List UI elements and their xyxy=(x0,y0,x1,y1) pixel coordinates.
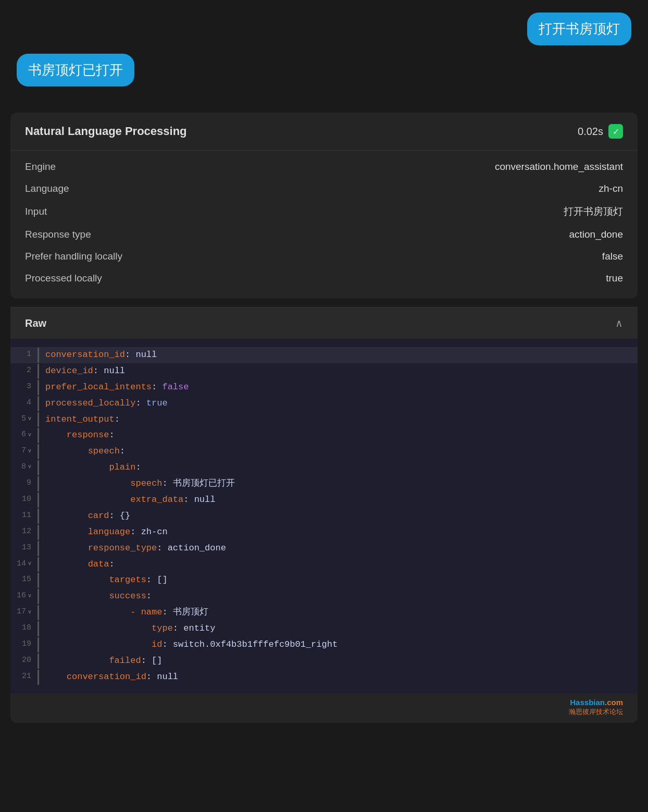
line-bar xyxy=(38,541,39,556)
code-key: conversation_id xyxy=(45,350,125,360)
line-number: 1 xyxy=(10,348,38,361)
line-bar xyxy=(38,670,39,685)
line-number: 12 xyxy=(10,525,38,538)
code-key: - name xyxy=(130,607,162,617)
line-bar xyxy=(38,364,39,379)
line-number: 16v xyxy=(10,589,38,602)
code-line: 20 failed: [] xyxy=(10,653,638,669)
code-line: 13 response_type: action_done xyxy=(10,540,638,557)
code-key: processed_locally xyxy=(45,398,135,408)
nlp-row-label: Language xyxy=(25,183,69,194)
code-line: 9 speech: 书房顶灯已打开 xyxy=(10,476,638,492)
code-content: card: {} xyxy=(43,509,130,524)
chevron-up-icon: ∧ xyxy=(615,317,623,329)
code-value: zh-cn xyxy=(135,527,167,537)
code-key: device_id xyxy=(45,366,93,376)
line-bar xyxy=(38,460,39,475)
code-key: targets xyxy=(109,575,146,585)
code-value: action_done xyxy=(162,543,226,553)
line-bar xyxy=(38,525,39,540)
code-line: 2 device_id: null xyxy=(10,363,638,379)
code-content: speech: xyxy=(43,444,125,459)
line-number: 3 xyxy=(10,380,38,393)
nlp-row-value: 打开书房顶灯 xyxy=(564,205,623,218)
code-line: 12 language: zh-cn xyxy=(10,524,638,540)
chat-section: 打开书房顶灯 书房顶灯已打开 xyxy=(0,0,648,104)
code-line: 11 card: {} xyxy=(10,508,638,524)
code-line: 19 id: switch.0xf4b3b1fffefc9b01_right xyxy=(10,637,638,653)
line-number: 7v xyxy=(10,444,38,458)
code-value: [] xyxy=(146,656,163,666)
line-number: 11 xyxy=(10,509,38,522)
line-number: 8v xyxy=(10,460,38,474)
nlp-row-label: Processed locally xyxy=(25,273,102,284)
line-bar xyxy=(38,493,39,508)
nlp-row-label: Response type xyxy=(25,229,91,240)
line-number: 6v xyxy=(10,428,38,441)
nlp-row: Response typeaction_done xyxy=(25,224,623,245)
line-bar xyxy=(38,557,39,572)
line-bar xyxy=(38,637,39,653)
code-content: success: xyxy=(43,589,152,604)
code-line: 15 targets: [] xyxy=(10,572,638,588)
code-key: response xyxy=(67,430,109,440)
code-value: null xyxy=(98,366,125,376)
code-content: type: entity xyxy=(43,621,215,636)
nlp-row: Languagezh-cn xyxy=(25,178,623,200)
line-bar xyxy=(38,380,39,395)
raw-section: Raw ∧ 1 conversation_id: null 2 device_i… xyxy=(10,307,638,723)
line-number: 5v xyxy=(10,412,38,426)
code-key: intent_output xyxy=(45,414,115,424)
code-line: 16v success: xyxy=(10,588,638,605)
code-line: 17v - name: 书房顶灯 xyxy=(10,605,638,621)
line-bar xyxy=(38,654,39,669)
code-content: device_id: null xyxy=(43,364,125,379)
code-key: speech xyxy=(130,478,162,488)
code-value: 书房顶灯已打开 xyxy=(168,478,235,488)
code-line: 7v speech: xyxy=(10,444,638,460)
line-number: 20 xyxy=(10,654,38,667)
code-content: speech: 书房顶灯已打开 xyxy=(43,476,235,491)
code-line: 14v data: xyxy=(10,557,638,573)
line-bar xyxy=(38,428,39,443)
user-message: 打开书房顶灯 xyxy=(527,13,631,45)
nlp-row-label: Engine xyxy=(25,161,56,173)
code-key: conversation_id xyxy=(67,672,146,682)
nlp-row-value: conversation.home_assistant xyxy=(495,161,623,173)
nlp-row-value: zh-cn xyxy=(599,183,623,194)
code-content: intent_output: xyxy=(43,412,120,427)
code-content: conversation_id: null xyxy=(43,670,178,685)
code-value: switch.0xf4b3b1fffefc9b01_right xyxy=(168,639,338,649)
code-line: 10 extra_data: null xyxy=(10,492,638,508)
code-content: conversation_id: null xyxy=(43,348,157,363)
check-icon: ✓ xyxy=(608,124,623,139)
code-key: response_type xyxy=(88,543,157,553)
nlp-row: Engineconversation.home_assistant xyxy=(25,156,623,178)
code-key: id xyxy=(152,639,162,649)
line-number: 17v xyxy=(10,605,38,619)
nlp-title: Natural Language Processing xyxy=(25,125,187,138)
raw-header[interactable]: Raw ∧ xyxy=(10,307,638,339)
line-number: 18 xyxy=(10,621,38,635)
code-content: targets: [] xyxy=(43,573,168,588)
code-value: null xyxy=(189,495,215,505)
line-number: 4 xyxy=(10,396,38,410)
code-value: 书房顶灯 xyxy=(168,607,208,617)
code-value: null xyxy=(152,672,178,682)
nlp-row-value: action_done xyxy=(569,229,623,240)
line-number: 10 xyxy=(10,493,38,506)
nlp-row-label: Prefer handling locally xyxy=(25,251,122,262)
nlp-meta: 0.02s ✓ xyxy=(578,124,623,139)
line-bar xyxy=(38,509,39,524)
nlp-header: Natural Language Processing 0.02s ✓ xyxy=(10,113,638,151)
code-line: 6v response: xyxy=(10,427,638,444)
nlp-section: Natural Language Processing 0.02s ✓ Engi… xyxy=(10,113,638,299)
code-value: entity xyxy=(178,623,215,633)
line-number: 15 xyxy=(10,573,38,586)
code-line: 18 type: entity xyxy=(10,621,638,637)
code-key: type xyxy=(152,623,173,633)
code-content: data: xyxy=(43,557,115,572)
code-line: 21 conversation_id: null xyxy=(10,669,638,685)
code-value: null xyxy=(130,350,157,360)
code-key: data xyxy=(88,559,109,569)
